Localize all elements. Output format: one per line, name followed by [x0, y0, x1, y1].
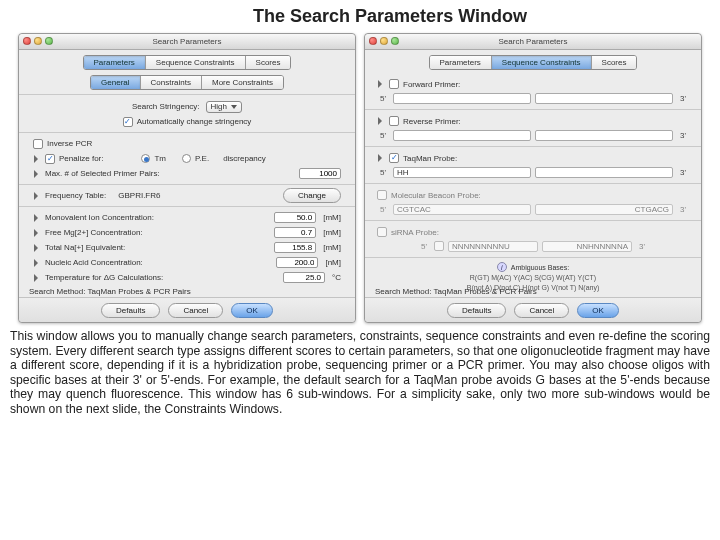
search-parameters-window-left: Search Parameters Parameters Sequence Co…: [18, 33, 356, 323]
three-prime-label: 3': [677, 94, 689, 103]
disclosure-icon[interactable]: [33, 192, 41, 200]
zoom-icon[interactable]: [391, 37, 399, 45]
tab-parameters[interactable]: Parameters: [84, 56, 146, 69]
mono-label: Monovalent Ion Concentration:: [45, 213, 154, 222]
nuc-input[interactable]: [276, 257, 318, 268]
penalize-checkbox[interactable]: [45, 154, 55, 164]
molbeacon-5-input: CGTCAC: [393, 204, 531, 215]
sirna-checkbox[interactable]: [377, 227, 387, 237]
disclosure-icon[interactable]: [377, 154, 385, 162]
disclosure-icon[interactable]: [33, 259, 41, 267]
penalize-label: Penalize for:: [59, 154, 103, 163]
tab-parameters[interactable]: Parameters: [430, 56, 492, 69]
forward-primer-checkbox[interactable]: [389, 79, 399, 89]
ok-button[interactable]: OK: [577, 303, 619, 318]
molbeacon-3-input: CTGACG: [535, 204, 673, 215]
inverse-pcr-checkbox[interactable]: [33, 139, 43, 149]
na-unit: [mM]: [323, 243, 341, 252]
search-method-label: Search Method:: [375, 287, 431, 296]
zoom-icon[interactable]: [45, 37, 53, 45]
mg-label: Free Mg[2+] Concentration:: [45, 228, 143, 237]
reverse-primer-label: Reverse Primer:: [403, 117, 461, 126]
stringency-value: High: [211, 102, 227, 111]
change-button[interactable]: Change: [283, 188, 341, 203]
mono-input[interactable]: [274, 212, 316, 223]
taqman-5-input[interactable]: HH: [393, 167, 531, 178]
inverse-pcr-label: Inverse PCR: [47, 139, 92, 148]
tab-sequence-constraints[interactable]: Sequence Constraints: [146, 56, 246, 69]
search-method-label: Search Method:: [29, 287, 85, 296]
minimize-icon[interactable]: [380, 37, 388, 45]
search-method-value: TaqMan Probes & PCR Pairs: [88, 287, 191, 296]
na-label: Total Na[+] Equivalent:: [45, 243, 125, 252]
reverse-5-input[interactable]: [393, 130, 531, 141]
disclosure-icon[interactable]: [33, 244, 41, 252]
taqman-checkbox[interactable]: [389, 153, 399, 163]
description-paragraph: This window allows you to manually chang…: [10, 329, 710, 416]
forward-5-input[interactable]: [393, 93, 531, 104]
taqman-3-input[interactable]: [535, 167, 673, 178]
ambiguous-bases-header: iAmbiguous Bases:: [377, 262, 689, 272]
disclosure-icon[interactable]: [33, 274, 41, 282]
close-icon[interactable]: [369, 37, 377, 45]
cancel-button[interactable]: Cancel: [514, 303, 569, 318]
minimize-icon[interactable]: [34, 37, 42, 45]
window-title: Search Parameters: [499, 37, 568, 46]
disclosure-icon[interactable]: [377, 80, 385, 88]
tab-sequence-constraints[interactable]: Sequence Constraints: [492, 56, 592, 69]
chevron-down-icon: [231, 105, 237, 109]
max-pairs-input[interactable]: [299, 168, 341, 179]
ok-button[interactable]: OK: [231, 303, 273, 318]
auto-change-checkbox[interactable]: [123, 117, 133, 127]
lock-icon: [434, 241, 444, 251]
reverse-3-input[interactable]: [535, 130, 673, 141]
titlebar: Search Parameters: [365, 34, 701, 50]
mono-unit: [mM]: [323, 213, 341, 222]
max-pairs-label: Max. # of Selected Primer Pairs:: [45, 169, 160, 178]
reverse-primer-checkbox[interactable]: [389, 116, 399, 126]
cancel-button[interactable]: Cancel: [168, 303, 223, 318]
discrepancy-label: discrepancy: [223, 154, 266, 163]
defaults-button[interactable]: Defaults: [101, 303, 160, 318]
info-icon: i: [497, 262, 507, 272]
temp-label: Temperature for ΔG Calculations:: [45, 273, 163, 282]
molbeacon-label: Molecular Beacon Probe:: [391, 191, 481, 200]
ambiguous-bases-line1: R(GT) M(AC) Y(AC) S(CG) W(AT) Y(CT): [377, 273, 689, 282]
tab-more-constraints[interactable]: More Constraints: [202, 76, 283, 89]
tab-constraints[interactable]: Constraints: [141, 76, 202, 89]
penalize-pe-label: P.E.: [195, 154, 209, 163]
five-prime-label: 5': [377, 168, 389, 177]
disclosure-icon[interactable]: [33, 170, 41, 178]
main-tabs: Parameters Sequence Constraints Scores: [429, 55, 638, 70]
close-icon[interactable]: [23, 37, 31, 45]
five-prime-label: 5': [377, 94, 389, 103]
disclosure-icon[interactable]: [33, 229, 41, 237]
na-input[interactable]: [274, 242, 316, 253]
freq-table-label: Frequency Table:: [45, 191, 106, 200]
window-title: Search Parameters: [153, 37, 222, 46]
five-prime-label: 5': [418, 242, 430, 251]
mg-input[interactable]: [274, 227, 316, 238]
five-prime-label: 5': [377, 205, 389, 214]
penalize-tm-radio[interactable]: [141, 154, 150, 163]
three-prime-label: 3': [677, 168, 689, 177]
defaults-button[interactable]: Defaults: [447, 303, 506, 318]
tab-scores[interactable]: Scores: [592, 56, 637, 69]
sirna-5-input: NNNNNNNNNU: [448, 241, 538, 252]
forward-3-input[interactable]: [535, 93, 673, 104]
disclosure-icon[interactable]: [377, 117, 385, 125]
stringency-select[interactable]: High: [206, 101, 242, 113]
sub-tabs: General Constraints More Constraints: [90, 75, 284, 90]
molbeacon-checkbox[interactable]: [377, 190, 387, 200]
stringency-label: Search Stringency:: [132, 102, 200, 111]
temp-input[interactable]: [283, 272, 325, 283]
penalize-pe-radio[interactable]: [182, 154, 191, 163]
freq-table-value: GBPRI.FR6: [118, 191, 160, 200]
nuc-label: Nucleic Acid Concentration:: [45, 258, 143, 267]
disclosure-icon[interactable]: [33, 155, 41, 163]
disclosure-icon[interactable]: [33, 214, 41, 222]
five-prime-label: 5': [377, 131, 389, 140]
tab-scores[interactable]: Scores: [246, 56, 291, 69]
three-prime-label: 3': [636, 242, 648, 251]
tab-general[interactable]: General: [91, 76, 140, 89]
